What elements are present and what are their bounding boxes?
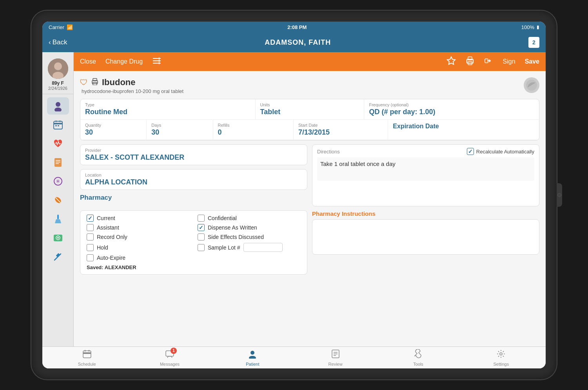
- patient-name-header: ADAMSON, FAITH: [265, 38, 331, 47]
- sidebar-item-injections[interactable]: [47, 248, 69, 265]
- time-label: 2:08 PM: [287, 24, 307, 30]
- svg-rect-19: [57, 215, 59, 219]
- share-icon[interactable]: [484, 56, 494, 67]
- patient-avatar-section: 89y F 2/24/1926: [42, 55, 73, 94]
- sidebar-item-alerts[interactable]: ✳: [47, 173, 69, 190]
- start-date-value: 7/13/2015: [298, 128, 383, 137]
- checkbox-dispense-as-written[interactable]: ✓ Dispense As Written: [198, 224, 301, 231]
- recalc-checkbox[interactable]: ✓: [467, 148, 474, 155]
- tab-bar: Schedule 1 Messages: [42, 346, 546, 368]
- nav-bar: ‹ Back ADAMSON, FAITH 2: [42, 33, 546, 52]
- assistant-checkbox[interactable]: [87, 224, 94, 231]
- tools-tab[interactable]: Tools: [377, 349, 459, 366]
- back-label: Back: [53, 38, 67, 46]
- messages-tab-icon: 1: [165, 349, 174, 361]
- save-button[interactable]: Save: [525, 58, 539, 65]
- current-checkbox[interactable]: ✓: [87, 215, 94, 222]
- sample-lot-input[interactable]: [243, 243, 283, 252]
- sign-button[interactable]: Sign: [503, 58, 515, 65]
- type-value: Routine Med: [85, 108, 250, 116]
- dispense-checkbox[interactable]: ✓: [198, 224, 205, 231]
- drug-panel: Close Change Drug: [74, 52, 546, 346]
- checkbox-confidential[interactable]: Confidential: [198, 215, 301, 222]
- tools-tab-icon: [414, 349, 423, 361]
- close-button[interactable]: Close: [80, 58, 96, 65]
- provider-value: SALEX - SCOTT ALEXANDER: [85, 153, 302, 162]
- sidebar-item-person[interactable]: [47, 97, 69, 115]
- pharmacy-instructions-label: Pharmacy Instructions: [312, 210, 539, 217]
- checkboxes-area: ✓ Current Confidential: [80, 210, 307, 275]
- battery-icon: ▮: [537, 24, 539, 30]
- sidebar-item-calendar[interactable]: [47, 116, 69, 133]
- print-icon[interactable]: [465, 56, 475, 67]
- checkbox-current[interactable]: ✓ Current: [87, 215, 190, 222]
- svg-rect-38: [83, 351, 91, 358]
- checkbox-side-effects[interactable]: Side Effects Discussed: [198, 233, 301, 241]
- expiration-label[interactable]: Expiration Date: [393, 123, 534, 130]
- sidebar-item-vitals[interactable]: [47, 135, 69, 152]
- svg-point-4: [54, 108, 62, 111]
- record-only-label: Record Only: [97, 234, 127, 240]
- location-label: Location: [85, 173, 302, 177]
- wifi-icon: 📶: [67, 24, 73, 30]
- star-icon[interactable]: [446, 56, 456, 67]
- checkbox-sample-lot[interactable]: Sample Lot #: [198, 243, 301, 252]
- svg-point-22: [57, 237, 59, 239]
- schedule-tab[interactable]: Schedule: [45, 349, 128, 366]
- sidebar-item-documents[interactable]: [47, 154, 69, 171]
- review-tab[interactable]: Review: [294, 349, 377, 366]
- review-tab-label: Review: [328, 362, 343, 366]
- quantity-value: 30: [85, 128, 142, 137]
- checkbox-assistant[interactable]: Assistant: [87, 224, 190, 231]
- svg-rect-10: [58, 125, 59, 126]
- checkbox-hold[interactable]: Hold: [87, 243, 190, 252]
- dispense-label: Dispense As Written: [208, 224, 257, 231]
- drug-pill-icon: [524, 77, 539, 93]
- hold-label: Hold: [97, 244, 108, 251]
- drug-content: 🛡 Ibudone hydrocodo: [74, 71, 546, 346]
- pharmacy-title: Pharmacy: [80, 194, 307, 202]
- drug-header: 🛡 Ibudone hydrocodo: [80, 77, 539, 94]
- quantity-label: Quantity: [85, 123, 142, 128]
- settings-tab-label: Settings: [493, 362, 509, 366]
- status-bar: Carrier 📶 2:08 PM 100% ▮: [42, 22, 546, 33]
- type-label: Type: [85, 102, 250, 107]
- frequency-label: Frequency (optional): [369, 102, 534, 107]
- messages-tab-label: Messages: [160, 362, 180, 366]
- pharmacy-instructions-box[interactable]: [312, 219, 539, 255]
- patient-tab-icon: [248, 349, 257, 361]
- carrier-label: Carrier: [49, 24, 64, 30]
- patient-tab[interactable]: Patient: [211, 349, 294, 366]
- settings-tab-icon: [496, 349, 506, 361]
- record-only-checkbox[interactable]: [87, 233, 94, 241]
- messages-tab[interactable]: 1 Messages: [128, 349, 211, 366]
- hold-checkbox[interactable]: [87, 244, 94, 251]
- refills-label: Refills: [218, 123, 289, 128]
- svg-rect-9: [55, 125, 57, 126]
- sidebar-item-photos[interactable]: [47, 229, 69, 246]
- days-label: Days: [151, 123, 208, 128]
- sample-lot-checkbox[interactable]: [198, 244, 205, 251]
- frequency-value: QD (# per day: 1.00): [369, 108, 534, 116]
- drug-toolbar: Close Change Drug: [74, 52, 546, 71]
- drug-name: Ibudone: [102, 77, 136, 87]
- svg-rect-6: [54, 123, 62, 124]
- checkbox-record-only[interactable]: Record Only: [87, 233, 190, 241]
- confidential-label: Confidential: [208, 215, 237, 221]
- settings-tab[interactable]: Settings: [460, 349, 543, 366]
- sidebar-item-medications[interactable]: [47, 191, 69, 209]
- list-icon[interactable]: [152, 57, 162, 67]
- home-button[interactable]: [557, 183, 562, 207]
- units-label: Units: [260, 102, 359, 107]
- saved-row: Saved: ALEXANDER: [87, 264, 301, 270]
- confidential-checkbox[interactable]: [198, 215, 205, 222]
- back-button[interactable]: ‹ Back: [49, 38, 67, 46]
- review-tab-icon: [331, 349, 340, 361]
- svg-point-44: [249, 356, 256, 359]
- auto-expire-checkbox[interactable]: [87, 254, 94, 261]
- checkbox-auto-expire[interactable]: Auto-Expire: [87, 254, 190, 261]
- change-drug-button[interactable]: Change Drug: [105, 58, 143, 65]
- side-effects-checkbox[interactable]: [198, 233, 205, 241]
- svg-point-3: [56, 102, 60, 107]
- sidebar-item-labs[interactable]: [47, 210, 69, 228]
